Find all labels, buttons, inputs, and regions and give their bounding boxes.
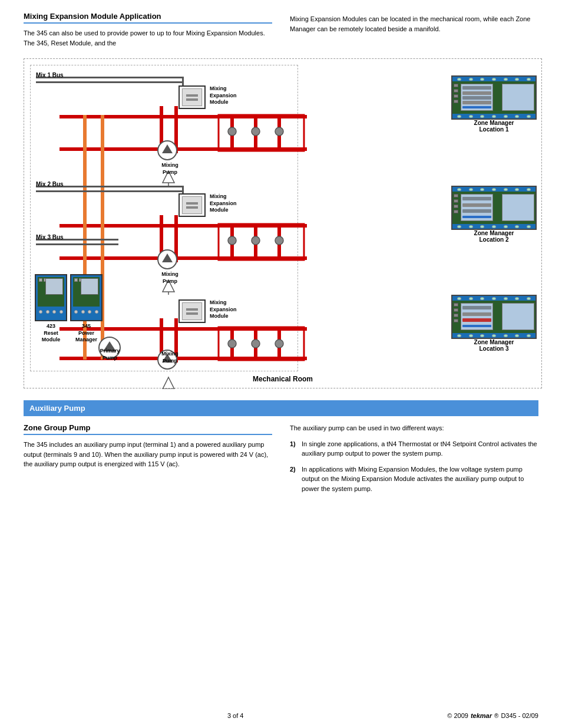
zone-manager-2 <box>451 186 537 230</box>
svg-point-33 <box>252 127 260 136</box>
zone-manager-2-label: Zone ManagerLocation 2 <box>451 230 537 243</box>
svg-rect-42 <box>36 81 183 83</box>
aux-right: The auxiliary pump can be used in two di… <box>290 423 538 499</box>
aux-list-item-2: 2) In applications with Mixing Expansion… <box>290 465 538 494</box>
footer-copyright: © 2009 <box>447 712 468 719</box>
svg-point-34 <box>275 127 283 136</box>
aux-left-text: The 345 includes an auxiliary pump input… <box>24 440 272 469</box>
top-right: Mixing Expansion Modules can be located … <box>290 12 538 48</box>
svg-point-32 <box>228 127 236 136</box>
svg-point-36 <box>252 236 260 245</box>
mix3-bus-label: Mix 3 Bus <box>36 234 64 241</box>
zone-manager-3-label: Zone ManagerLocation 3 <box>451 339 537 352</box>
aux-section: Auxiliary Pump Zone Group Pump The 345 i… <box>24 400 538 499</box>
zone-manager-1-label: Zone ManagerLocation 1 <box>451 120 537 133</box>
footer-page: 3 of 4 <box>227 712 244 719</box>
aux-content: Zone Group Pump The 345 includes an auxi… <box>24 423 538 499</box>
aux-right-intro: The auxiliary pump can be used in two di… <box>290 423 538 433</box>
mixing-module-2 <box>178 193 206 217</box>
mixing-module-3 <box>178 299 206 323</box>
mixing-pump-1-label: MixingPump <box>154 162 186 176</box>
aux-left: Zone Group Pump The 345 includes an auxi… <box>24 423 272 499</box>
svg-point-37 <box>275 236 283 245</box>
mix1-bus-label: Mix 1 Bus <box>36 72 64 78</box>
footer-brand: tekmar <box>471 712 492 719</box>
footer-model: ® <box>494 713 498 719</box>
footer-right: © 2009 tekmar ® D345 - 02/09 <box>447 712 538 719</box>
aux-list-item-1: 1) In single zone applications, a tN4 Th… <box>290 439 538 459</box>
footer-model-text: D345 - 02/09 <box>501 712 538 719</box>
top-left: Mixing Expansion Module Application The … <box>24 12 272 48</box>
aux-header: Auxiliary Pump <box>24 400 538 416</box>
top-right-text: Mixing Expansion Modules can be located … <box>290 14 538 34</box>
zone-manager-3 <box>451 295 537 339</box>
svg-point-39 <box>252 340 260 348</box>
svg-rect-46 <box>36 243 118 245</box>
mixing-module-1 <box>178 85 206 109</box>
mixing-pump-3-label: MixingPump <box>154 351 186 364</box>
zone-group-title: Zone Group Pump <box>24 423 272 435</box>
power-manager-label: 345PowerManager <box>70 323 103 344</box>
svg-rect-44 <box>36 190 183 192</box>
mixing-pump-2-label: MixingPump <box>154 271 186 285</box>
mix2-bus-label: Mix 2 Bus <box>36 181 64 187</box>
page: Mixing Expansion Module Application The … <box>0 0 562 728</box>
aux-list: 1) In single zone applications, a tN4 Th… <box>290 439 538 494</box>
power-manager <box>70 274 103 321</box>
mechanical-room-label: Mechanical Room <box>253 375 313 383</box>
section-title: Mixing Expansion Module Application <box>24 12 272 24</box>
zone-manager-1 <box>451 75 537 120</box>
top-section: Mixing Expansion Module Application The … <box>24 12 538 48</box>
svg-point-40 <box>275 340 283 348</box>
primary-pump-label: PrimaryPump <box>94 348 126 361</box>
mixing-module-1-label: MixingExpansionModule <box>210 85 248 106</box>
mixing-module-2-label: MixingExpansionModule <box>210 193 248 214</box>
footer: 3 of 4 © 2009 tekmar ® D345 - 02/09 <box>24 712 538 719</box>
mixing-module-3-label: MixingExpansionModule <box>210 299 248 320</box>
diagram-container: Mix 1 Bus Mix 2 Bus Mix 3 Bus MixingExpa… <box>24 58 542 388</box>
svg-point-35 <box>228 236 236 245</box>
top-left-text: The 345 can also be used to provide powe… <box>24 28 272 48</box>
svg-point-38 <box>228 340 236 348</box>
reset-module-label: 423ResetModule <box>35 323 67 344</box>
reset-module <box>35 274 67 321</box>
svg-marker-61 <box>163 377 174 389</box>
